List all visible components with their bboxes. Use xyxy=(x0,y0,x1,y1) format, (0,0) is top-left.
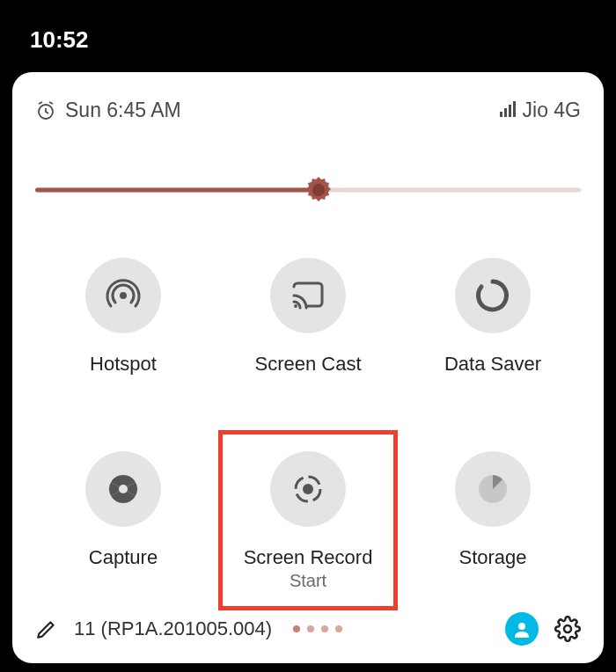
tile-label: Screen Record xyxy=(244,546,373,569)
svg-point-7 xyxy=(294,304,297,308)
tile-label: Storage xyxy=(458,546,526,569)
status-bar: Sun 6:45 AM Jio 4G xyxy=(35,99,581,122)
slider-thumb[interactable] xyxy=(304,176,333,204)
tile-storage[interactable]: Storage xyxy=(405,451,581,591)
capture-icon xyxy=(85,451,161,527)
footer: 11 (RP1A.201005.004) xyxy=(35,591,581,646)
page-dot xyxy=(321,625,328,632)
carrier-label: Jio 4G xyxy=(523,99,581,122)
svg-point-11 xyxy=(303,484,313,494)
version-label: 11 (RP1A.201005.004) xyxy=(74,617,272,640)
tile-hotspot[interactable]: Hotspot xyxy=(35,258,211,376)
tile-label: Hotspot xyxy=(90,353,157,376)
svg-point-5 xyxy=(312,184,325,196)
status-right: Jio 4G xyxy=(500,99,581,122)
tile-label: Data Saver xyxy=(444,353,541,376)
svg-rect-1 xyxy=(500,112,502,117)
hotspot-icon xyxy=(85,258,161,333)
svg-rect-3 xyxy=(509,105,511,117)
tile-label: Screen Cast xyxy=(254,353,361,376)
page-dot xyxy=(335,625,342,632)
svg-point-9 xyxy=(119,485,128,493)
slider-fill xyxy=(35,188,319,193)
record-icon xyxy=(270,451,346,527)
alarm-time: Sun 6:45 AM xyxy=(65,99,181,122)
storage-icon xyxy=(455,451,531,527)
svg-point-6 xyxy=(120,292,127,299)
page-dot xyxy=(293,625,300,632)
page-dot xyxy=(307,625,314,632)
user-avatar[interactable] xyxy=(505,612,539,646)
signal-icon xyxy=(500,99,517,122)
svg-point-14 xyxy=(564,625,571,632)
tile-screen-cast[interactable]: Screen Cast xyxy=(220,258,396,376)
tile-data-saver[interactable]: Data Saver xyxy=(405,258,581,376)
settings-icon[interactable] xyxy=(554,616,581,642)
brightness-slider[interactable] xyxy=(35,182,581,198)
cast-icon xyxy=(270,258,346,333)
svg-point-13 xyxy=(518,623,525,630)
status-left: Sun 6:45 AM xyxy=(35,99,181,122)
tile-capture[interactable]: Capture xyxy=(35,451,211,591)
alarm-icon xyxy=(35,100,56,121)
svg-rect-4 xyxy=(513,101,516,117)
edit-icon[interactable] xyxy=(35,617,58,640)
quick-settings-panel: Sun 6:45 AM Jio 4G xyxy=(12,72,604,663)
tile-sublabel: Start xyxy=(244,571,373,591)
data-saver-icon xyxy=(455,258,531,333)
device-clock: 10:52 xyxy=(30,26,89,54)
svg-rect-2 xyxy=(504,108,507,117)
page-indicator[interactable] xyxy=(293,625,342,632)
tile-screen-record[interactable]: Screen Record Start xyxy=(220,451,396,591)
tiles-grid: Hotspot Screen Cast xyxy=(35,258,581,591)
tile-label: Capture xyxy=(89,546,158,569)
